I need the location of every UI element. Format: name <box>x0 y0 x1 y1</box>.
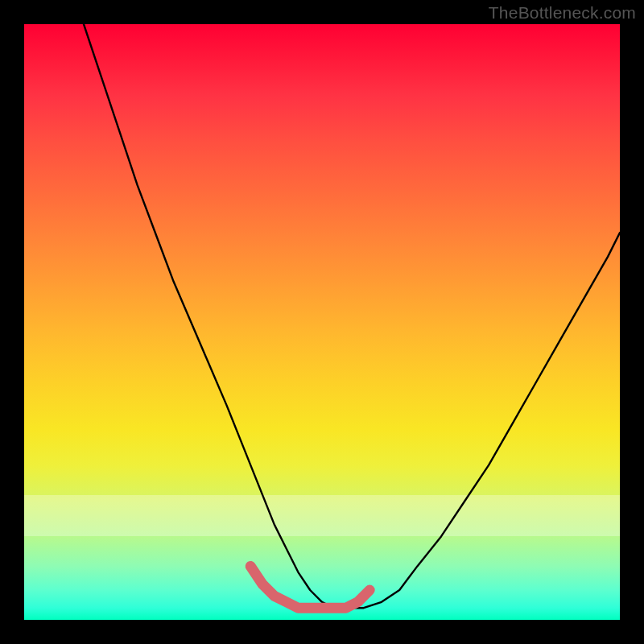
chart-svg <box>24 24 620 620</box>
optimal-zone <box>250 566 369 608</box>
bottleneck-curve <box>84 24 620 608</box>
watermark-text: TheBottleneck.com <box>489 3 636 23</box>
plot-area <box>24 24 620 620</box>
chart-frame: TheBottleneck.com <box>0 0 644 644</box>
